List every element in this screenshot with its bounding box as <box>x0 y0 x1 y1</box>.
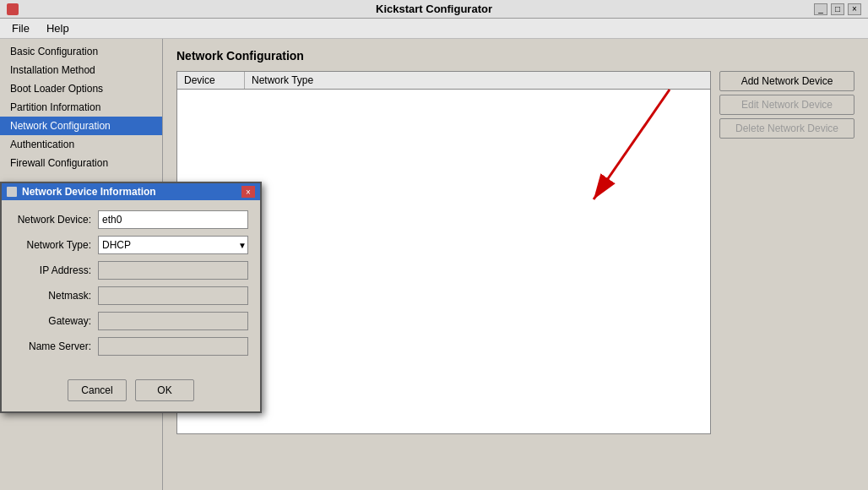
sidebar-item-firewall[interactable]: Firewall Configuration <box>0 154 162 172</box>
name-server-row: Name Server: <box>14 337 248 356</box>
title-bar: Kickstart Configurator _ □ × <box>0 0 868 19</box>
netmask-label: Netmask: <box>14 290 98 302</box>
name-server-label: Name Server: <box>14 340 98 352</box>
network-device-dialog: Network Device Information × Network Dev… <box>0 182 262 413</box>
sidebar-item-bootloader[interactable]: Boot Loader Options <box>0 79 162 98</box>
close-button[interactable]: × <box>848 3 861 15</box>
sidebar-item-network[interactable]: Network Configuration <box>0 117 162 135</box>
netmask-input[interactable] <box>98 286 248 305</box>
gateway-input[interactable] <box>98 312 248 330</box>
sidebar-item-auth[interactable]: Authentication <box>0 135 162 154</box>
network-type-select[interactable]: DHCP Static BOOTP <box>98 236 248 254</box>
network-config-area: Device Network Type Add Network Device E… <box>176 71 854 434</box>
dialog-close-button[interactable]: × <box>241 186 255 198</box>
page-title: Network Configuration <box>176 49 854 63</box>
menu-file[interactable]: File <box>3 20 38 36</box>
window-controls: _ □ × <box>814 3 861 15</box>
network-type-select-wrap: DHCP Static BOOTP ▼ <box>98 236 248 254</box>
content-area: Network Configuration Device Network Typ… <box>163 39 868 490</box>
network-type-label: Network Type: <box>14 239 98 251</box>
ip-address-input[interactable] <box>98 261 248 280</box>
col-device-header: Device <box>177 72 245 89</box>
network-type-row: Network Type: DHCP Static BOOTP ▼ <box>14 236 248 254</box>
window-title: Kickstart Configurator <box>376 3 492 15</box>
table-header: Device Network Type <box>177 72 710 90</box>
network-device-input[interactable] <box>98 210 248 229</box>
ok-button[interactable]: OK <box>135 379 194 401</box>
cancel-button[interactable]: Cancel <box>68 379 127 401</box>
title-bar-left <box>7 3 19 15</box>
col-nettype-header: Network Type <box>245 72 710 89</box>
menu-help[interactable]: Help <box>38 20 78 36</box>
name-server-input[interactable] <box>98 337 248 356</box>
minimize-button[interactable]: _ <box>814 3 827 15</box>
menu-bar: File Help <box>0 19 868 39</box>
netmask-row: Netmask: <box>14 286 248 305</box>
dialog-body: Network Device: Network Type: DHCP Stati… <box>2 200 260 373</box>
ip-address-label: IP Address: <box>14 264 98 276</box>
dialog-footer: Cancel OK <box>2 373 260 411</box>
maximize-button[interactable]: □ <box>831 3 844 15</box>
gateway-row: Gateway: <box>14 312 248 330</box>
network-device-label: Network Device: <box>14 214 98 226</box>
sidebar-item-installation[interactable]: Installation Method <box>0 61 162 79</box>
edit-network-device-button[interactable]: Edit Network Device <box>719 95 854 115</box>
dialog-title: Network Device Information <box>22 186 156 198</box>
dialog-overlay: Network Device Information × Network Dev… <box>0 182 262 413</box>
gateway-label: Gateway: <box>14 315 98 327</box>
add-network-device-button[interactable]: Add Network Device <box>719 71 854 91</box>
sidebar-item-partition[interactable]: Partition Information <box>0 98 162 117</box>
ip-address-row: IP Address: <box>14 261 248 280</box>
dialog-app-icon <box>7 187 17 197</box>
network-device-row: Network Device: <box>14 210 248 229</box>
action-buttons: Add Network Device Edit Network Device D… <box>719 71 854 434</box>
app-icon <box>7 3 19 15</box>
delete-network-device-button[interactable]: Delete Network Device <box>719 118 854 139</box>
sidebar-item-basic[interactable]: Basic Configuration <box>0 42 162 61</box>
dialog-title-left: Network Device Information <box>7 186 156 198</box>
dialog-title-bar: Network Device Information × <box>2 183 260 200</box>
